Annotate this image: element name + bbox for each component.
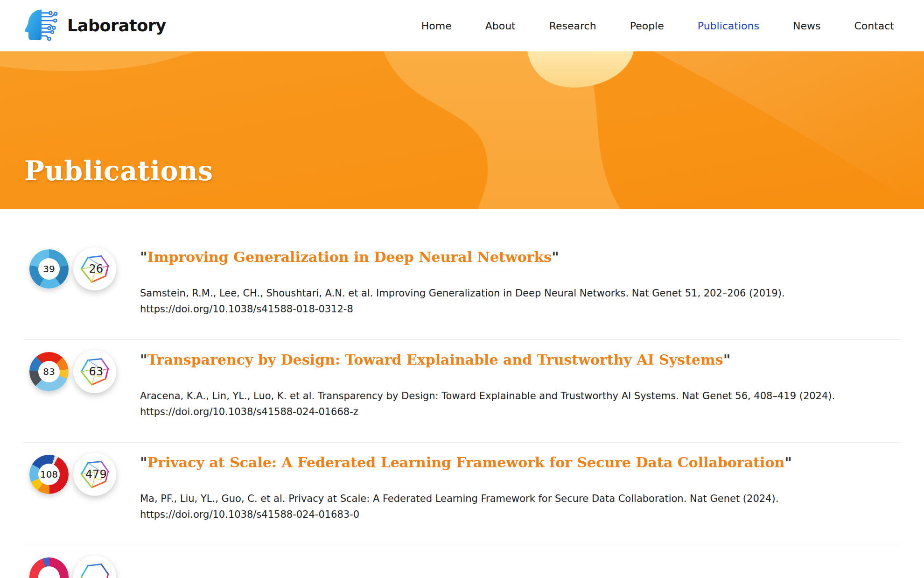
brand-name: Laboratory — [67, 16, 166, 35]
citations-count: 63 — [89, 365, 103, 378]
site-header: Laboratory Home About Research People Pu… — [0, 0, 924, 51]
citation-text: Aracena, K.A., Lin, YL., Luo, K. et al. … — [140, 390, 835, 402]
page-title: Publications — [24, 155, 213, 186]
altmetric-score — [29, 557, 69, 578]
publication-text: "Privacy at Scale: A Federated Learning … — [140, 452, 792, 522]
publication-citation: Aracena, K.A., Lin, YL., Luo, K. et al. … — [140, 388, 835, 420]
open-quote: " — [140, 352, 147, 368]
doi-link: https://doi.org/10.1038/s41588-018-0312-… — [140, 301, 785, 317]
altmetric-donut-badge[interactable] — [29, 557, 69, 578]
dimensions-citation-badge[interactable]: 26 — [73, 247, 116, 290]
badges-column: 83 — [23, 349, 122, 393]
dimensions-citation-badge[interactable] — [73, 556, 116, 578]
close-quote: " — [723, 352, 731, 368]
close-quote: " — [552, 249, 559, 265]
altmetric-score: 39 — [29, 249, 69, 289]
altmetric-donut-badge[interactable]: 83 — [29, 352, 69, 391]
altmetric-score: 108 — [29, 455, 69, 494]
nav-item-publications[interactable]: Publications — [698, 20, 759, 32]
nav-item-about[interactable]: About — [485, 20, 516, 32]
close-quote: " — [784, 454, 792, 471]
altmetric-donut-badge[interactable]: 108 — [29, 455, 69, 494]
citation-text: Ma, PF., Liu, YL., Guo, C. et al. Privac… — [140, 493, 778, 504]
publication-title: "Transparency by Design: Toward Explaina… — [140, 352, 835, 368]
citations-count: 479 — [85, 468, 107, 481]
altmetric-score: 83 — [29, 352, 69, 391]
publication-title-link[interactable]: Transparency by Design: Toward Explainab… — [147, 352, 723, 368]
dimensions-gem-icon — [80, 562, 110, 578]
badges-column — [23, 555, 122, 578]
altmetric-donut-badge[interactable]: 39 — [29, 249, 69, 289]
publication-citation: Samstein, R.M., Lee, CH., Shoushtari, A.… — [140, 285, 785, 317]
nav-item-news[interactable]: News — [793, 20, 820, 32]
nav-item-home[interactable]: Home — [421, 20, 452, 32]
publication-entry-partial — [23, 545, 901, 578]
publication-entry: 39 — [23, 209, 901, 339]
publication-text: "Improving Generalization in Deep Neural… — [140, 247, 785, 317]
brand[interactable]: Laboratory — [21, 7, 166, 44]
publication-entry: 108 — [23, 442, 901, 545]
publication-citation: Ma, PF., Liu, YL., Guo, C. et al. Privac… — [140, 491, 792, 522]
doi-link: https://doi.org/10.1038/s41588-024-01668… — [140, 404, 835, 420]
publication-text: "Transparency by Design: Toward Explaina… — [140, 349, 835, 420]
nav-item-research[interactable]: Research — [549, 20, 596, 32]
brain-circuit-icon — [21, 7, 63, 44]
hero-banner: Publications — [0, 51, 924, 209]
publication-title-link[interactable]: Improving Generalization in Deep Neural … — [147, 249, 552, 265]
publications-list: 39 — [0, 209, 924, 578]
dimensions-citation-badge[interactable]: 63 — [73, 350, 116, 393]
open-quote: " — [140, 249, 147, 265]
publication-title-link[interactable]: Privacy at Scale: A Federated Learning F… — [147, 454, 785, 471]
publication-entry: 83 — [23, 339, 901, 442]
doi-link: https://doi.org/10.1038/s41588-024-01683… — [140, 507, 792, 522]
badges-column: 108 — [23, 452, 122, 496]
publication-title: "Improving Generalization in Deep Neural… — [140, 249, 785, 266]
main-nav: Home About Research People Publications … — [421, 20, 901, 32]
citation-text: Samstein, R.M., Lee, CH., Shoushtari, A.… — [140, 288, 785, 299]
open-quote: " — [140, 454, 147, 471]
publication-title: "Privacy at Scale: A Federated Learning … — [140, 454, 792, 471]
dimensions-citation-badge[interactable]: 479 — [73, 453, 116, 496]
nav-item-contact[interactable]: Contact — [854, 20, 894, 32]
nav-item-people[interactable]: People — [630, 20, 664, 32]
citations-count: 26 — [89, 262, 103, 275]
badges-column: 39 — [23, 247, 122, 290]
